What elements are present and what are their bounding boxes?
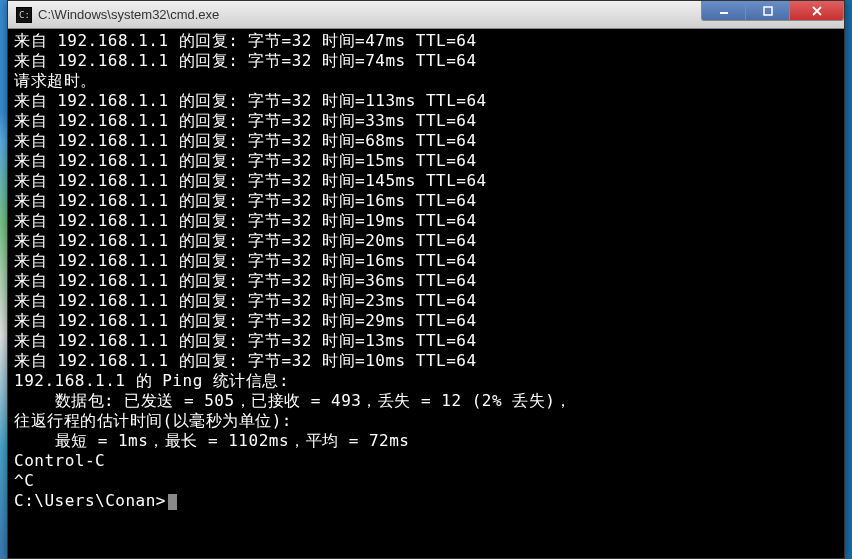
window-title: C:\Windows\system32\cmd.exe — [38, 7, 702, 22]
cmd-icon: C: — [16, 7, 32, 23]
terminal-line: 来自 192.168.1.1 的回复: 字节=32 时间=68ms TTL=64 — [14, 131, 838, 151]
terminal-line: 来自 192.168.1.1 的回复: 字节=32 时间=20ms TTL=64 — [14, 231, 838, 251]
cursor — [168, 494, 177, 510]
close-button[interactable] — [789, 1, 844, 21]
terminal-line: 来自 192.168.1.1 的回复: 字节=32 时间=33ms TTL=64 — [14, 111, 838, 131]
terminal-line: 来自 192.168.1.1 的回复: 字节=32 时间=16ms TTL=64 — [14, 251, 838, 271]
terminal-line: 来自 192.168.1.1 的回复: 字节=32 时间=13ms TTL=64 — [14, 331, 838, 351]
terminal-line: 数据包: 已发送 = 505，已接收 = 493，丢失 = 12 (2% 丢失)… — [14, 391, 838, 411]
terminal-line: 192.168.1.1 的 Ping 统计信息: — [14, 371, 838, 391]
terminal-line: 来自 192.168.1.1 的回复: 字节=32 时间=36ms TTL=64 — [14, 271, 838, 291]
prompt-line[interactable]: C:\Users\Conan> — [14, 491, 838, 511]
terminal-line: 来自 192.168.1.1 的回复: 字节=32 时间=74ms TTL=64 — [14, 51, 838, 71]
terminal-line: 来自 192.168.1.1 的回复: 字节=32 时间=10ms TTL=64 — [14, 351, 838, 371]
terminal-output[interactable]: 来自 192.168.1.1 的回复: 字节=32 时间=47ms TTL=64… — [8, 29, 844, 558]
terminal-line: 来自 192.168.1.1 的回复: 字节=32 时间=23ms TTL=64 — [14, 291, 838, 311]
svg-rect-4 — [764, 7, 772, 15]
terminal-line: 来自 192.168.1.1 的回复: 字节=32 时间=47ms TTL=64 — [14, 31, 838, 51]
titlebar[interactable]: C: C:\Windows\system32\cmd.exe — [8, 1, 844, 29]
terminal-line: 请求超时。 — [14, 71, 838, 91]
terminal-line: 来自 192.168.1.1 的回复: 字节=32 时间=15ms TTL=64 — [14, 151, 838, 171]
cmd-window: C: C:\Windows\system32\cmd.exe 来自 192.16… — [7, 0, 845, 559]
svg-rect-3 — [720, 12, 728, 14]
terminal-line: 来自 192.168.1.1 的回复: 字节=32 时间=16ms TTL=64 — [14, 191, 838, 211]
window-controls — [702, 1, 844, 28]
terminal-line: 来自 192.168.1.1 的回复: 字节=32 时间=29ms TTL=64 — [14, 311, 838, 331]
svg-text:C:: C: — [19, 10, 30, 20]
terminal-line: ^C — [14, 471, 838, 491]
terminal-line: 来自 192.168.1.1 的回复: 字节=32 时间=145ms TTL=6… — [14, 171, 838, 191]
terminal-line: Control-C — [14, 451, 838, 471]
terminal-line: 来自 192.168.1.1 的回复: 字节=32 时间=113ms TTL=6… — [14, 91, 838, 111]
terminal-line: 最短 = 1ms，最长 = 1102ms，平均 = 72ms — [14, 431, 838, 451]
maximize-button[interactable] — [745, 1, 790, 21]
terminal-line: 来自 192.168.1.1 的回复: 字节=32 时间=19ms TTL=64 — [14, 211, 838, 231]
minimize-button[interactable] — [701, 1, 746, 21]
desktop-background-strip — [0, 0, 7, 559]
terminal-line: 往返行程的估计时间(以毫秒为单位): — [14, 411, 838, 431]
